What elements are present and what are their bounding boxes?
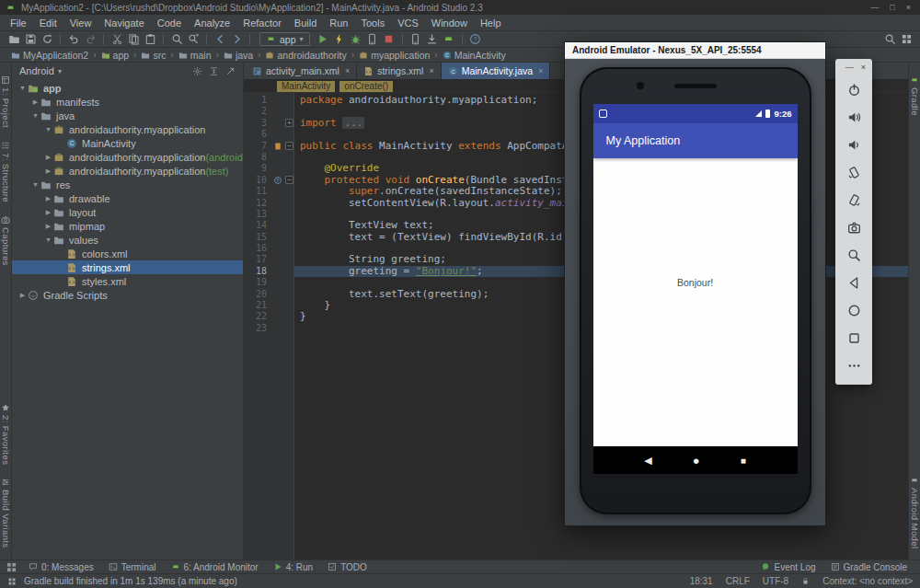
tree-item-androidauthority-myapplication[interactable]: ▼androidauthority.myapplication bbox=[12, 122, 243, 136]
status-message[interactable]: Gradle build finished in 1m 1s 139ms (a … bbox=[24, 576, 237, 586]
toolwindow-toggle-icon[interactable] bbox=[6, 561, 17, 573]
chevron-right-icon[interactable]: ▶ bbox=[43, 167, 53, 175]
tree-item-gradle-scripts[interactable]: ▶Gradle Scripts bbox=[12, 288, 243, 302]
chevron-down-icon[interactable]: ▼ bbox=[17, 85, 28, 91]
open-project-button[interactable] bbox=[6, 32, 22, 47]
tree-item-java[interactable]: ▼java bbox=[12, 109, 243, 122]
minimize-button[interactable]: — bbox=[870, 3, 879, 12]
menu-code[interactable]: Code bbox=[151, 17, 188, 29]
run-configuration-select[interactable]: app▾ bbox=[259, 32, 310, 46]
collapse-all-icon[interactable] bbox=[209, 66, 219, 76]
hide-panel-icon[interactable] bbox=[225, 66, 236, 76]
volume-up-button[interactable] bbox=[835, 103, 872, 131]
tree-item-res[interactable]: ▼res bbox=[12, 178, 243, 191]
breadcrumb-androidauthority[interactable]: androidauthority bbox=[263, 50, 348, 61]
power-button[interactable] bbox=[835, 75, 872, 103]
menu-refactor[interactable]: Refactor bbox=[236, 17, 288, 29]
menu-tools[interactable]: Tools bbox=[354, 17, 391, 29]
tree-item-mainactivity[interactable]: CMainActivity bbox=[12, 136, 243, 150]
chevron-down-icon[interactable]: ▼ bbox=[30, 112, 40, 119]
forward-button[interactable] bbox=[228, 32, 245, 47]
copy-button[interactable] bbox=[125, 32, 142, 47]
chevron-down-icon[interactable]: ▼ bbox=[43, 236, 53, 243]
android-monitor-button[interactable] bbox=[441, 32, 457, 47]
tree-item-values[interactable]: ▼values bbox=[12, 233, 243, 247]
close-tab-icon[interactable]: × bbox=[429, 66, 433, 75]
search-everywhere-button[interactable] bbox=[881, 32, 898, 47]
menu-analyze[interactable]: Analyze bbox=[188, 17, 236, 29]
stop-button[interactable] bbox=[381, 32, 397, 47]
volume-down-button[interactable] bbox=[835, 131, 872, 158]
breadcrumb-myapplication2[interactable]: MyApplication2 bbox=[9, 50, 90, 61]
tree-item-androidauthority-myapplication-test[interactable]: ▶androidauthority.myapplication (test) bbox=[12, 164, 243, 178]
tool-button-android-model[interactable]: Android Model bbox=[910, 476, 920, 548]
tool-button-7-structure[interactable]: 7: Structure bbox=[1, 141, 11, 202]
toolwindow-button-4-run[interactable]: 4: Run bbox=[266, 560, 320, 573]
breadcrumb-src[interactable]: src bbox=[139, 50, 167, 61]
back-button[interactable] bbox=[835, 269, 872, 296]
toolwindow-switcher-icon[interactable] bbox=[7, 577, 17, 586]
chevron-right-icon[interactable]: ▶ bbox=[30, 98, 40, 106]
chevron-right-icon[interactable]: ▶ bbox=[43, 195, 53, 202]
project-view-selector[interactable]: Android ▾ bbox=[19, 65, 62, 76]
context-indicator[interactable]: Context: <no context> bbox=[822, 576, 913, 586]
tab-activity-main-xml[interactable]: activity_main.xml× bbox=[246, 63, 357, 79]
save-all-button[interactable] bbox=[22, 32, 39, 47]
tree-item-mipmap[interactable]: ▶mipmap bbox=[12, 219, 243, 233]
breadcrumb-myapplication[interactable]: myapplication bbox=[357, 50, 431, 61]
breadcrumb-app[interactable]: app bbox=[99, 50, 132, 61]
chevron-down-icon[interactable]: ▼ bbox=[43, 126, 53, 133]
close-tab-icon[interactable]: × bbox=[345, 66, 350, 75]
chevron-right-icon[interactable]: ▶ bbox=[43, 154, 53, 161]
maximize-button[interactable]: □ bbox=[890, 3, 894, 12]
breadcrumb-mainactivity[interactable]: CMainActivity bbox=[441, 50, 508, 61]
tree-item-layout[interactable]: ▶layout bbox=[12, 205, 243, 219]
chevron-right-icon[interactable]: ▶ bbox=[43, 223, 53, 230]
tab-mainactivity-java[interactable]: CMainActivity.java× bbox=[442, 63, 551, 79]
chevron-down-icon[interactable]: ▼ bbox=[30, 181, 40, 188]
cut-button[interactable] bbox=[109, 32, 125, 47]
tool-button-captures[interactable]: Captures bbox=[1, 215, 11, 266]
zoom-button[interactable] bbox=[835, 241, 872, 269]
minimize-button[interactable]: — bbox=[845, 63, 854, 72]
toolwindow-button-0-messages[interactable]: 0: Messages bbox=[21, 560, 101, 573]
tool-button-gradle[interactable]: Gradle bbox=[910, 75, 920, 116]
attach-debugger-button[interactable] bbox=[364, 32, 381, 47]
menu-run[interactable]: Run bbox=[323, 17, 354, 29]
back-button[interactable] bbox=[212, 32, 228, 47]
phone-screen[interactable]: 9:26 My Application Bonjour! ◀●■ bbox=[593, 104, 798, 474]
debug-button[interactable] bbox=[348, 32, 364, 47]
tree-item-app[interactable]: ▼app bbox=[12, 81, 243, 95]
home-button[interactable]: ● bbox=[693, 454, 700, 467]
tool-windows-button[interactable] bbox=[898, 32, 914, 47]
chevron-right-icon[interactable]: ▶ bbox=[17, 292, 28, 299]
readonly-lock-icon[interactable] bbox=[801, 577, 810, 585]
toolwindow-button-6-android-monitor[interactable]: 6: Android Monitor bbox=[164, 560, 266, 573]
menu-build[interactable]: Build bbox=[288, 17, 323, 29]
menu-window[interactable]: Window bbox=[425, 17, 474, 29]
toolwindow-button-terminal[interactable]: Terminal bbox=[101, 560, 164, 573]
tool-button-build-variants[interactable]: Build Variants bbox=[1, 478, 11, 548]
settings-gear-icon[interactable] bbox=[192, 66, 202, 76]
screenshot-button[interactable] bbox=[835, 213, 872, 241]
menu-help[interactable]: Help bbox=[474, 17, 508, 29]
tree-item-styles-xml[interactable]: styles.xml bbox=[12, 274, 243, 288]
toolwindow-button-todo[interactable]: TODO bbox=[320, 560, 374, 573]
close-button[interactable]: × bbox=[861, 63, 866, 72]
more-button[interactable] bbox=[835, 352, 872, 379]
close-tab-icon[interactable]: × bbox=[538, 66, 543, 75]
emulator-title[interactable]: Android Emulator - Nexus_5X_API_25:5554 bbox=[565, 42, 825, 59]
chevron-right-icon[interactable]: ▶ bbox=[43, 209, 53, 216]
run-button[interactable] bbox=[315, 32, 331, 47]
rotate-left-button[interactable] bbox=[835, 158, 872, 186]
fold-collapse-icon[interactable]: − bbox=[285, 176, 293, 184]
tool-button-2-favorites[interactable]: 2: Favorites bbox=[1, 403, 11, 465]
fold-collapse-icon[interactable]: − bbox=[285, 142, 293, 150]
menu-vcs[interactable]: VCS bbox=[391, 17, 425, 29]
overview-button[interactable] bbox=[835, 324, 872, 352]
tree-item-androidauthority-myapplication-androidtest[interactable]: ▶androidauthority.myapplication (android… bbox=[12, 150, 243, 164]
toolwindow-button-gradle-console[interactable]: Gradle Console bbox=[823, 562, 914, 572]
rotate-right-button[interactable] bbox=[835, 186, 872, 213]
avd-manager-button[interactable] bbox=[408, 32, 424, 47]
menu-navigate[interactable]: Navigate bbox=[98, 17, 150, 29]
